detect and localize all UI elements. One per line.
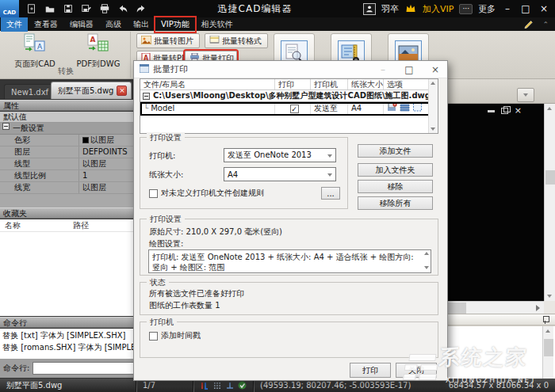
menu-related-software[interactable]: 相关软件	[196, 17, 239, 32]
property-row-linetype[interactable]: 线型 以图层	[0, 158, 141, 170]
dock-scroll-thumb[interactable]	[544, 339, 553, 356]
col-print[interactable]: 打印	[275, 79, 311, 89]
batch-to-image-button[interactable]: 批量转图片	[136, 33, 200, 48]
file-group-row[interactable]: C:\Users\Mloong\Desktop\多种别墅户型建筑设计CAD图纸\…	[140, 90, 438, 102]
collapse-group-icon[interactable]	[2, 123, 10, 130]
open-folder-icon[interactable]	[44, 3, 56, 15]
batch-convert-format-button[interactable]: 批量转格式	[205, 33, 268, 48]
plot-config-icon[interactable]	[387, 102, 397, 116]
browse-rules-button[interactable]: ...	[321, 187, 340, 200]
table-scrollbar[interactable]	[428, 79, 438, 133]
plot-area-icon[interactable]	[412, 102, 423, 116]
col-file-layout[interactable]: 文件/布局名	[140, 79, 275, 89]
tab-close-icon[interactable]: ×	[117, 86, 127, 96]
property-group-row[interactable]: 一般设置	[0, 123, 141, 135]
save-icon[interactable]	[62, 3, 74, 15]
left-sidebar: New1.dxf 别墅平面5.dwg × 属性 默认值 一般设置 色彩 以图层 …	[0, 79, 141, 379]
add-file-button[interactable]: 添加文件	[358, 144, 433, 158]
layout-row-model[interactable]: └ Model ✓ 发送至 A4	[140, 102, 438, 116]
mdi-close-icon[interactable]: ×	[515, 107, 522, 115]
minimize-button[interactable]: –	[501, 3, 514, 14]
close-button[interactable]: ×	[538, 3, 550, 14]
layers-icon[interactable]	[400, 102, 410, 116]
collapse-file-icon[interactable]	[143, 93, 150, 100]
scroll-up-icon[interactable]	[431, 82, 435, 85]
menu-vip-features[interactable]: VIP功能	[155, 17, 195, 32]
mdi-restore-icon[interactable]	[501, 108, 508, 114]
print-settings-groupbox: 打印设置 打印机: 发送至 OneNote 2013 纸张大小: A4 对未定义…	[140, 137, 348, 209]
redo-icon[interactable]	[135, 3, 147, 15]
scroll-up-icon[interactable]	[424, 252, 429, 255]
command-log-line: 替换 [romans.SHX] 字体为 [SIMPLEX.SH	[0, 341, 141, 352]
doc-tab-new1[interactable]: New1.dxf	[4, 84, 56, 99]
maximize-button[interactable]: □	[519, 3, 532, 14]
menu-viewer[interactable]: 查看器	[29, 17, 63, 32]
property-row-color[interactable]: 色彩 以图层	[0, 135, 141, 147]
draw-settings-label: 绘图设置:	[149, 238, 183, 249]
timestamp-checkbox-row[interactable]: 添加时间戳	[149, 330, 201, 341]
properties-panel-header[interactable]: 属性	[0, 100, 141, 111]
dialog-close-button[interactable]: ×	[423, 61, 447, 78]
rule-checkbox-row[interactable]: 对未定义打印机文件创建规则	[149, 188, 264, 199]
command-line-panel-header[interactable]: 命令行	[0, 317, 141, 328]
join-vip-button[interactable]: 加入VIP	[423, 3, 454, 15]
scroll-down-icon[interactable]	[424, 266, 429, 269]
printer-label: 打印机:	[149, 150, 175, 162]
command-log-line: 替换 [txt] 字体为 [SIMPLEX.SHX]	[0, 329, 141, 341]
grid-snap-icon[interactable]	[212, 381, 221, 390]
username[interactable]: 羽卒	[381, 3, 399, 15]
scroll-down-icon[interactable]	[547, 295, 552, 298]
new-file-icon[interactable]	[25, 3, 37, 15]
polar-tracking-icon[interactable]	[200, 381, 209, 390]
dialog-close-action-button[interactable]: 关闭	[396, 363, 437, 378]
collapse-ribbon-icon[interactable]: ⌃	[542, 21, 549, 29]
scroll-up-icon[interactable]	[547, 107, 552, 110]
scroll-right-icon[interactable]	[536, 305, 540, 311]
ortho-mode-icon[interactable]	[225, 381, 234, 390]
col-options[interactable]: 选项	[384, 79, 430, 89]
scroll-down-icon[interactable]	[431, 127, 435, 131]
vertical-scrollbar[interactable]	[544, 104, 555, 301]
tab-list-dropdown-button[interactable]	[517, 88, 534, 102]
menu-output[interactable]: 输出	[128, 17, 155, 32]
pin-icon[interactable]	[542, 316, 549, 324]
property-row-linetype-scale[interactable]: 线型比例 1	[0, 170, 141, 182]
mdi-minimize-icon[interactable]	[488, 110, 495, 112]
dock-scrollbar[interactable]	[542, 326, 553, 379]
pencil-icon[interactable]	[523, 19, 534, 30]
more-options-icon[interactable]: ···	[459, 4, 473, 14]
doc-tab-villa-plan[interactable]: 别墅平面5.dwg ×	[51, 82, 132, 99]
col-printer[interactable]: 打印机	[311, 79, 348, 89]
add-folder-button[interactable]: 加入文件夹	[358, 163, 433, 177]
print-icon[interactable]	[98, 3, 110, 15]
user-account-icon[interactable]	[363, 3, 376, 15]
pdf-to-dwg-button[interactable]: A PDF到DWG	[70, 33, 127, 68]
page-to-cad-button[interactable]: A 页面到CAD	[6, 33, 63, 68]
printer-select[interactable]: 发送至 OneNote 2013	[224, 148, 336, 162]
favorites-col-path[interactable]: 路径	[68, 219, 89, 231]
command-input[interactable]	[33, 362, 138, 375]
save-as-icon[interactable]	[80, 3, 92, 15]
undo-icon[interactable]	[117, 3, 128, 15]
favorites-panel-header[interactable]: 收藏夹	[0, 207, 141, 219]
dialog-title-bar[interactable]: 批量打印 – □ ×	[134, 61, 447, 78]
vertical-scroll-thumb[interactable]	[545, 170, 555, 185]
property-row-lineweight[interactable]: 线宽 以图层	[0, 182, 141, 194]
osnap-check-icon[interactable]	[238, 381, 247, 390]
property-row-layer[interactable]: 图层 DEFPOINTS	[0, 147, 141, 158]
print-button[interactable]: 打印	[350, 363, 391, 378]
remove-all-button[interactable]: 移除所有	[358, 196, 433, 210]
paper-size-select[interactable]: A4	[224, 167, 336, 181]
scroll-up-icon[interactable]	[545, 329, 550, 333]
favorites-col-name[interactable]: 名称	[0, 219, 68, 231]
remove-button[interactable]: 移除	[358, 180, 433, 193]
menu-advanced[interactable]: 高级	[100, 17, 127, 32]
more-button[interactable]: 更多	[478, 3, 496, 15]
timestamp-checkbox[interactable]	[149, 332, 158, 341]
col-paper-size[interactable]: 纸张大小	[348, 79, 384, 89]
menu-editor[interactable]: 编辑器	[64, 17, 99, 32]
rule-checkbox[interactable]	[149, 189, 158, 198]
print-checkbox[interactable]: ✓	[290, 105, 299, 113]
dialog-maximize-button[interactable]: □	[397, 61, 421, 78]
menu-file[interactable]: 文件	[1, 17, 28, 32]
